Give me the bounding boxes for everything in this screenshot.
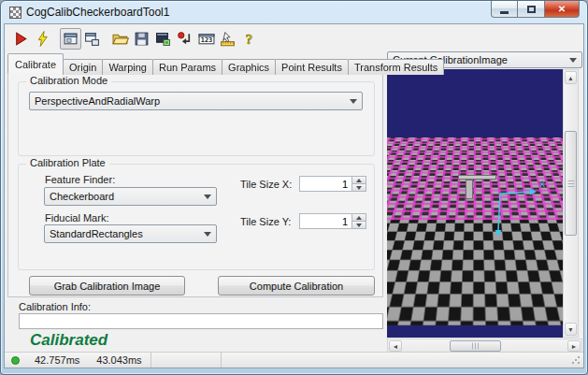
calibration-mode-group-title: Calibration Mode: [26, 75, 111, 86]
grab-calibration-image-button[interactable]: Grab Calibration Image: [29, 276, 185, 296]
chevron-down-icon: [350, 99, 357, 104]
show-image-display-button[interactable]: [60, 28, 81, 50]
live-run-button[interactable]: [32, 28, 53, 50]
help-icon: ?: [241, 31, 257, 47]
save-image-icon: [155, 31, 171, 47]
svg-text:?: ?: [246, 31, 252, 46]
close-icon: ✕: [558, 4, 566, 14]
tile-size-y-stepper: [299, 213, 366, 229]
calibration-info-input[interactable]: [19, 313, 383, 329]
calibration-info-label: Calibration Info:: [19, 301, 91, 312]
vertical-scrollbar[interactable]: ▲ ▼: [563, 69, 579, 338]
show-results-button[interactable]: 123: [195, 28, 217, 50]
run-icon: [13, 31, 29, 47]
chevron-down-icon: [569, 58, 577, 63]
float-display-icon: [84, 31, 100, 47]
run-time: 42.757ms: [26, 353, 88, 368]
minimize-icon: [500, 11, 509, 14]
status-separator: [221, 353, 222, 368]
status-bar: 42.757ms 43.043ms: [5, 352, 583, 368]
save-image-button[interactable]: [152, 28, 174, 50]
feature-finder-value: Checkerboard: [50, 191, 114, 202]
run-button[interactable]: [10, 28, 32, 50]
tab-run-params[interactable]: Run Params: [152, 59, 222, 75]
tab-calibrate[interactable]: Calibrate: [7, 53, 64, 73]
minimize-button[interactable]: [491, 1, 518, 18]
tab-graphics[interactable]: Graphics: [222, 59, 276, 75]
feature-finder-combobox[interactable]: Checkerboard: [44, 187, 217, 206]
svg-text:123: 123: [200, 36, 211, 44]
calibration-status-text: Calibrated: [30, 331, 108, 350]
position-ruler-icon: [220, 31, 236, 47]
close-button[interactable]: ✕: [545, 1, 580, 18]
checkerboard-app-icon: [9, 7, 22, 19]
resize-grip[interactable]: [571, 355, 581, 365]
chevron-down-icon: [204, 195, 211, 199]
scroll-right-icon[interactable]: ►: [567, 340, 581, 352]
calibration-plate-group: Calibration Plate Feature Finder: Checke…: [18, 164, 375, 270]
status-empty-cell: [151, 353, 221, 368]
reset-button[interactable]: [174, 28, 195, 50]
feature-finder-label: Feature Finder:: [45, 174, 115, 185]
tile-size-x-stepper: [299, 176, 366, 192]
compute-calibration-button[interactable]: Compute Calibration: [218, 276, 375, 296]
maximize-icon: [527, 6, 536, 13]
image-display-viewport[interactable]: X: [387, 69, 563, 338]
total-time: 43.043ms: [88, 353, 150, 368]
help-button[interactable]: ?: [238, 28, 260, 50]
scroll-left-icon[interactable]: ◄: [389, 340, 402, 352]
toolbar: 123 ?: [6, 25, 582, 51]
calibrate-tab-page: Calibration Mode PerspectiveAndRadialWar…: [7, 72, 383, 297]
scroll-up-icon[interactable]: ▲: [565, 71, 577, 84]
position-tool-button[interactable]: [217, 28, 238, 50]
tab-strip: CalibrateOriginWarpingRun ParamsGraphics…: [7, 53, 443, 73]
chevron-down-icon: [204, 232, 211, 237]
open-file-button[interactable]: [109, 28, 131, 50]
status-indicator-dot: [11, 356, 20, 365]
maximize-button[interactable]: [518, 1, 545, 18]
scroll-down-icon[interactable]: ▼: [565, 323, 577, 336]
save-icon: [134, 31, 150, 47]
calibration-mode-combobox[interactable]: PerspectiveAndRadialWarp: [29, 92, 363, 110]
fiducial-mark-value: StandardRectangles: [50, 228, 143, 239]
calibration-mode-value: PerspectiveAndRadialWarp: [35, 95, 160, 107]
fiducial-mark-combobox[interactable]: StandardRectangles: [44, 224, 217, 243]
tile-size-y-input[interactable]: [299, 213, 351, 229]
window-title: CogCalibCheckerboardTool1: [26, 6, 169, 19]
tile-size-x-input[interactable]: [299, 176, 351, 192]
tab-warping[interactable]: Warping: [102, 59, 153, 75]
x-axis-label: X: [539, 180, 545, 189]
open-folder-icon: [112, 31, 129, 47]
spin-down-icon[interactable]: [351, 184, 366, 192]
app-window: CogCalibCheckerboardTool1 ✕: [0, 0, 588, 375]
image-display-icon: [63, 31, 79, 47]
reset-icon: [177, 31, 193, 47]
spin-down-icon[interactable]: [351, 222, 366, 229]
calibration-plate-group-title: Calibration Plate: [26, 157, 109, 168]
results-123-icon: 123: [198, 31, 215, 47]
tile-size-y-label: Tile Size Y:: [240, 216, 291, 227]
float-image-display-button[interactable]: [81, 28, 103, 50]
spin-up-icon[interactable]: [351, 176, 366, 184]
tab-point-results[interactable]: Point Results: [275, 59, 349, 75]
lightning-icon: [35, 31, 50, 47]
fiducial-mark-label: Fiducial Mark:: [45, 212, 108, 224]
client-area: 123 ? CalibrateOriginWarpingRun ParamsGr…: [4, 23, 584, 368]
horizontal-scrollbar-thumb[interactable]: [450, 340, 501, 352]
save-file-button[interactable]: [131, 28, 152, 50]
vertical-scrollbar-thumb[interactable]: [565, 131, 577, 236]
tile-size-x-label: Tile Size X:: [240, 179, 292, 190]
tab-origin[interactable]: Origin: [63, 59, 103, 75]
coordinate-axes-overlay: X: [387, 69, 563, 338]
tab-transform-results[interactable]: Transform Results: [348, 59, 444, 75]
spin-up-icon[interactable]: [351, 213, 366, 222]
title-bar[interactable]: CogCalibCheckerboardTool1 ✕: [1, 1, 587, 23]
